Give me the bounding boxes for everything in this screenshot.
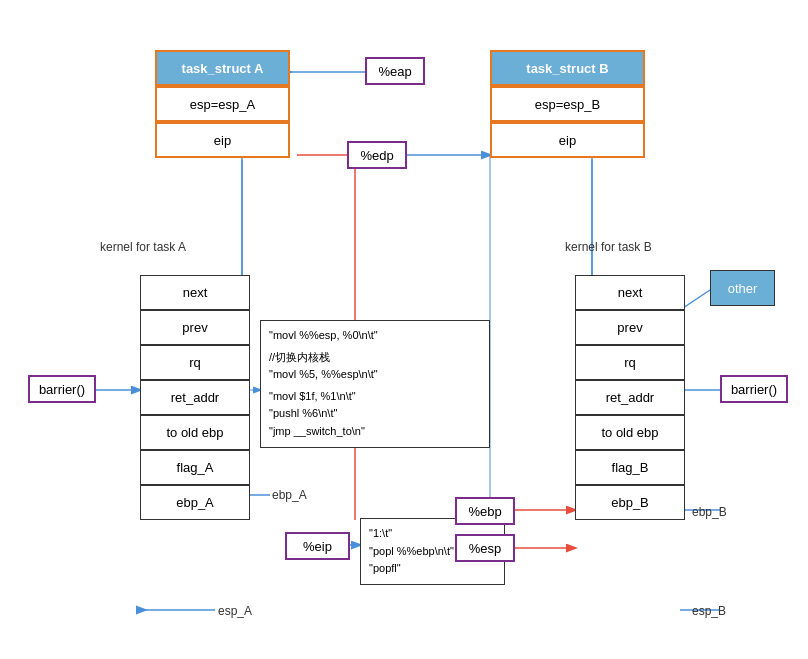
kernel-a-ebp-a: ebp_A — [140, 485, 250, 520]
esp-b-label: esp_B — [692, 604, 726, 618]
barrier-a-box: barrier() — [28, 375, 96, 403]
edp-label-box: %edp — [347, 141, 407, 169]
task-struct-b-title: task_struct B — [490, 50, 645, 86]
task-struct-a-eip-label: eip — [214, 133, 231, 148]
eap-label-box: %eap — [365, 57, 425, 85]
eip-small-box: %eip — [285, 532, 350, 560]
ebp-b-label: ebp_B — [692, 505, 727, 519]
code-line-2: "movl %5, %%esp\n\t" — [269, 366, 481, 384]
esp-box: %esp — [455, 534, 515, 562]
kernel-b-ebp-b: ebp_B — [575, 485, 685, 520]
ebp-label: %ebp — [468, 504, 501, 519]
ebp-a-label: ebp_A — [272, 488, 307, 502]
barrier-b-box: barrier() — [720, 375, 788, 403]
task-struct-a-esp: esp=esp_A — [155, 86, 290, 122]
task-struct-a-eip: eip — [155, 122, 290, 158]
kernel-a-label: kernel for task A — [100, 240, 186, 254]
code-line-5: "jmp __switch_to\n" — [269, 423, 481, 441]
task-struct-b-esp: esp=esp_B — [490, 86, 645, 122]
kernel-b-next: next — [575, 275, 685, 310]
kernel-a-prev: prev — [140, 310, 250, 345]
kernel-a-ret-addr: ret_addr — [140, 380, 250, 415]
task-struct-b-label: task_struct B — [526, 61, 608, 76]
kernel-a-flag: flag_A — [140, 450, 250, 485]
kernel-a-to-old-ebp: to old ebp — [140, 415, 250, 450]
esp-a-label: esp_A — [218, 604, 252, 618]
kernel-b-rq: rq — [575, 345, 685, 380]
task-struct-b-esp-label: esp=esp_B — [535, 97, 600, 112]
barrier-b-label: barrier() — [731, 382, 777, 397]
kernel-b-to-old-ebp: to old ebp — [575, 415, 685, 450]
other-label: other — [728, 281, 758, 296]
kernel-b-label: kernel for task B — [565, 240, 652, 254]
eip-small-label: %eip — [303, 539, 332, 554]
task-struct-b-eip-label: eip — [559, 133, 576, 148]
kernel-b-ret-addr: ret_addr — [575, 380, 685, 415]
kernel-b-flag: flag_B — [575, 450, 685, 485]
ebp-box: %ebp — [455, 497, 515, 525]
esp-label: %esp — [469, 541, 502, 556]
code-line-comment: //切换内核栈 — [269, 349, 481, 367]
edp-label: %edp — [360, 148, 393, 163]
task-struct-a-label: task_struct A — [182, 61, 264, 76]
code-line-4: "pushl %6\n\t" — [269, 405, 481, 423]
kernel-a-rq: rq — [140, 345, 250, 380]
diagram: task_struct A esp=esp_A eip task_struct … — [0, 0, 808, 659]
code-line-1: "movl %%esp, %0\n\t" — [269, 327, 481, 345]
barrier-a-label: barrier() — [39, 382, 85, 397]
code-line2-3: "popfl" — [369, 560, 496, 578]
code-line-3: "movl $1f, %1\n\t" — [269, 388, 481, 406]
task-struct-a-esp-label: esp=esp_A — [190, 97, 255, 112]
task-struct-b-eip: eip — [490, 122, 645, 158]
code-box-main: "movl %%esp, %0\n\t" //切换内核栈 "movl %5, %… — [260, 320, 490, 448]
kernel-b-prev: prev — [575, 310, 685, 345]
kernel-a-next: next — [140, 275, 250, 310]
task-struct-a-title: task_struct A — [155, 50, 290, 86]
eap-label: %eap — [378, 64, 411, 79]
other-box: other — [710, 270, 775, 306]
